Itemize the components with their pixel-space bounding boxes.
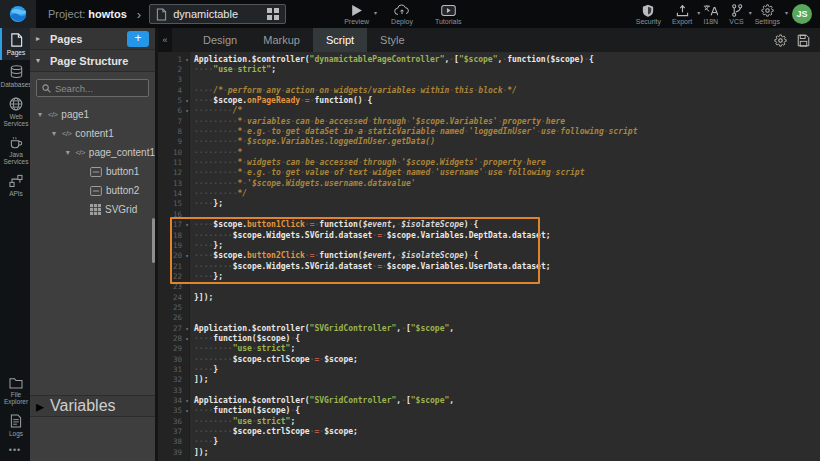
- fold-caret-icon[interactable]: ▾: [182, 397, 192, 404]
- fold-caret-icon[interactable]: ▾: [182, 107, 192, 114]
- save-icon[interactable]: [797, 34, 810, 47]
- code-line-29[interactable]: 29········"use·strict";: [158, 344, 820, 354]
- sidebar-item-databases[interactable]: Databases: [0, 60, 30, 92]
- code-line-30[interactable]: 30········$scope.ctrlScope·=·$scope;: [158, 354, 820, 364]
- code-line-10[interactable]: 10·········*: [158, 147, 820, 157]
- code-line-28[interactable]: 28▾····function($scope)·{: [158, 333, 820, 343]
- code-line-16[interactable]: 16: [158, 209, 820, 219]
- code-line-13[interactable]: 13·········*·'$scope.Widgets.username.da…: [158, 178, 820, 188]
- variables-header[interactable]: ▸ Variables: [30, 395, 155, 417]
- code-line-39[interactable]: 39]);: [158, 447, 820, 457]
- deploy-button[interactable]: Deploy: [391, 3, 413, 25]
- line-number: 37: [158, 427, 182, 436]
- code-text: ········"use·strict";: [192, 344, 295, 353]
- code-line-33[interactable]: 33: [158, 385, 820, 395]
- tree-node-SVGrid[interactable]: SVGrid: [30, 200, 155, 219]
- code-line-6[interactable]: 6▾········/*: [158, 106, 820, 116]
- expand-caret-icon[interactable]: ▾: [64, 148, 71, 157]
- code-line-18[interactable]: 18········$scope.Widgets.SVGrid.dataset·…: [158, 230, 820, 240]
- line-number: 21: [158, 262, 182, 271]
- vcs-button[interactable]: VCS▾: [729, 3, 743, 25]
- code-line-34[interactable]: 34▾Application.$controller("SVGridContro…: [158, 395, 820, 405]
- add-page-button[interactable]: +: [127, 31, 149, 47]
- sidebar-item-java-services[interactable]: Java Services: [0, 131, 30, 169]
- code-line-2[interactable]: 2····"use·strict";: [158, 64, 820, 74]
- page-structure-header[interactable]: ▾ Page Structure: [30, 50, 155, 72]
- tab-script[interactable]: Script: [313, 28, 367, 52]
- sidebar-item-apis[interactable]: APIs: [0, 169, 30, 201]
- i18n-button[interactable]: I18N: [703, 3, 718, 25]
- tree-node-button2[interactable]: button2: [30, 181, 155, 200]
- tree-node-button1[interactable]: button1: [30, 162, 155, 181]
- tutorials-button[interactable]: Tutorials: [435, 3, 462, 25]
- code-line-19[interactable]: 19····};: [158, 240, 820, 250]
- sidebar-item-web-services[interactable]: Web Services: [0, 92, 30, 131]
- code-line-25[interactable]: 25: [158, 302, 820, 312]
- code-line-1[interactable]: 1▾Application.$controller("dynamictableP…: [158, 54, 820, 64]
- preview-button[interactable]: Preview▾: [344, 3, 369, 25]
- code-text: ····};: [192, 272, 223, 281]
- expand-caret-icon[interactable]: ▾: [50, 129, 58, 138]
- button-widget-icon: [90, 167, 102, 177]
- code-line-9[interactable]: 9·········*·$scope.Variables.loggedInUse…: [158, 137, 820, 147]
- fold-caret-icon[interactable]: ▾: [182, 56, 192, 63]
- code-line-5[interactable]: 5▾····$scope.onPageReady·=·function()·{: [158, 95, 820, 105]
- fold-caret-icon[interactable]: ▾: [182, 335, 192, 342]
- pages-panel-header[interactable]: ▸ Pages +: [30, 28, 155, 50]
- code-line-26[interactable]: 26: [158, 313, 820, 323]
- page-selector[interactable]: dynamictable: [149, 4, 286, 24]
- security-button[interactable]: Security: [636, 3, 661, 25]
- fold-caret-icon[interactable]: ▾: [182, 221, 192, 228]
- code-line-3[interactable]: 3: [158, 75, 820, 85]
- code-line-35[interactable]: 35▾····function($scope)·{: [158, 406, 820, 416]
- app-logo[interactable]: [0, 0, 36, 28]
- tree-node-page_content1[interactable]: ▾</>page_content1: [30, 143, 155, 162]
- structure-search[interactable]: [36, 79, 149, 97]
- expand-caret-icon[interactable]: ▾: [36, 110, 44, 119]
- code-line-32[interactable]: 32]);: [158, 375, 820, 385]
- code-line-36[interactable]: 36········"use·strict";: [158, 416, 820, 426]
- code-line-8[interactable]: 8·········*·e.g.·to·get·dataSet·in·a·sta…: [158, 126, 820, 136]
- fold-caret-icon[interactable]: ▾: [182, 407, 192, 414]
- code-line-27[interactable]: 27▾Application.$controller("SVGridContro…: [158, 323, 820, 333]
- fold-caret-icon[interactable]: ▾: [182, 325, 192, 332]
- tab-markup[interactable]: Markup: [250, 28, 313, 52]
- sidebar-item-logs[interactable]: Logs: [0, 409, 30, 441]
- fold-caret-icon[interactable]: ▾: [182, 97, 192, 104]
- settings-button[interactable]: Settings▾: [755, 3, 780, 25]
- code-line-4[interactable]: 4····/*·perform·any·action·on·widgets/va…: [158, 85, 820, 95]
- code-line-31[interactable]: 31····}: [158, 364, 820, 374]
- tree-node-page1[interactable]: ▾</>page1: [30, 105, 155, 124]
- code-line-17[interactable]: 17▾····$scope.button1Click·=·function($e…: [158, 220, 820, 230]
- page-grid-icon[interactable]: [267, 8, 279, 20]
- sidebar-item-pages[interactable]: Pages: [0, 28, 30, 60]
- panel-collapse-button[interactable]: «: [158, 28, 172, 52]
- script-editor[interactable]: 1▾Application.$controller("dynamictableP…: [158, 52, 820, 461]
- search-input[interactable]: [55, 83, 145, 94]
- code-line-12[interactable]: 12·········*·e.g.·to·get·value·of·text·w…: [158, 168, 820, 178]
- user-avatar[interactable]: JS: [792, 4, 812, 24]
- sidebar-item-file-explorer[interactable]: File Explorer: [0, 372, 30, 409]
- fold-caret-icon[interactable]: ▾: [182, 252, 192, 259]
- code-line-7[interactable]: 7·········*·variables·can·be·accessed·th…: [158, 116, 820, 126]
- code-line-15[interactable]: 15····};: [158, 199, 820, 209]
- tree-node-content1[interactable]: ▾</>content1: [30, 124, 155, 143]
- code-line-14[interactable]: 14·········*/: [158, 188, 820, 198]
- code-line-11[interactable]: 11·········*·widgets·can·be·accessed·thr…: [158, 157, 820, 167]
- button-widget-icon: [90, 186, 102, 196]
- code-line-23[interactable]: 23: [158, 282, 820, 292]
- panel-scrollbar[interactable]: [152, 218, 155, 263]
- code-line-20[interactable]: 20▾····$scope.button2Click·=·function($e…: [158, 251, 820, 261]
- rail-more-button[interactable]: •••: [0, 441, 30, 461]
- code-line-21[interactable]: 21········$scope.Widgets.SVGrid.dataset·…: [158, 261, 820, 271]
- code-line-37[interactable]: 37········$scope.ctrlScope·=·$scope;: [158, 426, 820, 436]
- export-button[interactable]: Export▾: [672, 3, 692, 25]
- tab-design[interactable]: Design: [190, 28, 250, 52]
- tab-style[interactable]: Style: [367, 28, 417, 52]
- code-line-38[interactable]: 38····}: [158, 437, 820, 447]
- code-line-24[interactable]: 24}]);: [158, 292, 820, 302]
- script-settings-gear-icon[interactable]: [774, 34, 787, 47]
- line-number: 2: [158, 65, 182, 74]
- code-line-22[interactable]: 22····};: [158, 271, 820, 281]
- line-number: 9: [158, 137, 182, 146]
